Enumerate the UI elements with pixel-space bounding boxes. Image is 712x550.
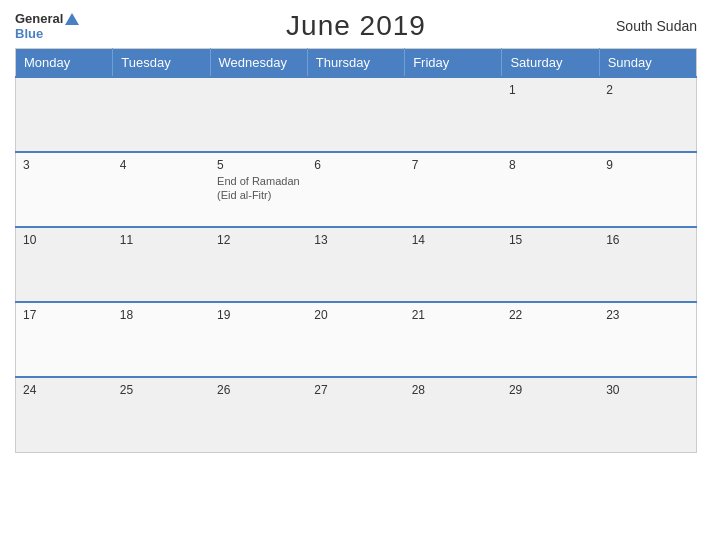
week-row-4: 17181920212223 [16, 302, 697, 377]
calendar-cell: 6 [307, 152, 404, 227]
calendar-cell: 20 [307, 302, 404, 377]
header-friday: Friday [405, 49, 502, 78]
calendar-cell [113, 77, 210, 152]
header-wednesday: Wednesday [210, 49, 307, 78]
calendar-cell: 23 [599, 302, 696, 377]
calendar-cell: 14 [405, 227, 502, 302]
calendar-cell: 22 [502, 302, 599, 377]
calendar-cell: 8 [502, 152, 599, 227]
day-number: 4 [120, 158, 203, 172]
calendar-cell: 15 [502, 227, 599, 302]
calendar-cell [405, 77, 502, 152]
country-label: South Sudan [616, 18, 697, 34]
calendar-cell: 25 [113, 377, 210, 452]
calendar-table: Monday Tuesday Wednesday Thursday Friday… [15, 48, 697, 453]
weekday-header-row: Monday Tuesday Wednesday Thursday Friday… [16, 49, 697, 78]
calendar-cell: 24 [16, 377, 113, 452]
day-number: 3 [23, 158, 106, 172]
day-number: 16 [606, 233, 689, 247]
calendar-cell: 3 [16, 152, 113, 227]
day-number: 12 [217, 233, 300, 247]
day-number: 8 [509, 158, 592, 172]
header-tuesday: Tuesday [113, 49, 210, 78]
day-number: 29 [509, 383, 592, 397]
calendar-cell: 12 [210, 227, 307, 302]
calendar-cell: 17 [16, 302, 113, 377]
day-number: 14 [412, 233, 495, 247]
holiday-label: End of Ramadan (Eid al-Fitr) [217, 174, 300, 203]
day-number: 2 [606, 83, 689, 97]
calendar-cell: 26 [210, 377, 307, 452]
day-number: 6 [314, 158, 397, 172]
week-row-5: 24252627282930 [16, 377, 697, 452]
day-number: 24 [23, 383, 106, 397]
day-number: 28 [412, 383, 495, 397]
header-saturday: Saturday [502, 49, 599, 78]
header-sunday: Sunday [599, 49, 696, 78]
calendar-cell [307, 77, 404, 152]
logo: General Blue [15, 11, 79, 41]
week-row-3: 10111213141516 [16, 227, 697, 302]
day-number: 25 [120, 383, 203, 397]
calendar-cell: 9 [599, 152, 696, 227]
day-number: 22 [509, 308, 592, 322]
day-number: 1 [509, 83, 592, 97]
day-number: 9 [606, 158, 689, 172]
calendar-cell: 18 [113, 302, 210, 377]
day-number: 17 [23, 308, 106, 322]
calendar-cell: 10 [16, 227, 113, 302]
day-number: 27 [314, 383, 397, 397]
calendar-cell: 30 [599, 377, 696, 452]
day-number: 15 [509, 233, 592, 247]
calendar-title: June 2019 [286, 10, 426, 42]
calendar-cell: 29 [502, 377, 599, 452]
calendar-header: General Blue June 2019 South Sudan [15, 10, 697, 42]
calendar-cell: 19 [210, 302, 307, 377]
calendar-cell [16, 77, 113, 152]
calendar-cell: 13 [307, 227, 404, 302]
calendar-cell: 7 [405, 152, 502, 227]
day-number: 5 [217, 158, 300, 172]
calendar-cell: 28 [405, 377, 502, 452]
calendar-cell: 4 [113, 152, 210, 227]
day-number: 19 [217, 308, 300, 322]
day-number: 23 [606, 308, 689, 322]
week-row-2: 345End of Ramadan (Eid al-Fitr)6789 [16, 152, 697, 227]
day-number: 13 [314, 233, 397, 247]
day-number: 18 [120, 308, 203, 322]
day-number: 10 [23, 233, 106, 247]
day-number: 11 [120, 233, 203, 247]
week-row-1: 12 [16, 77, 697, 152]
calendar-cell: 1 [502, 77, 599, 152]
logo-general: General [15, 11, 63, 26]
day-number: 21 [412, 308, 495, 322]
day-number: 20 [314, 308, 397, 322]
calendar-cell: 21 [405, 302, 502, 377]
day-number: 26 [217, 383, 300, 397]
header-thursday: Thursday [307, 49, 404, 78]
logo-blue: Blue [15, 26, 43, 41]
calendar-cell: 27 [307, 377, 404, 452]
day-number: 7 [412, 158, 495, 172]
day-number: 30 [606, 383, 689, 397]
calendar-cell: 16 [599, 227, 696, 302]
calendar-cell: 5End of Ramadan (Eid al-Fitr) [210, 152, 307, 227]
logo-triangle-icon [65, 13, 79, 25]
header-monday: Monday [16, 49, 113, 78]
calendar-cell: 2 [599, 77, 696, 152]
calendar-cell: 11 [113, 227, 210, 302]
calendar-cell [210, 77, 307, 152]
